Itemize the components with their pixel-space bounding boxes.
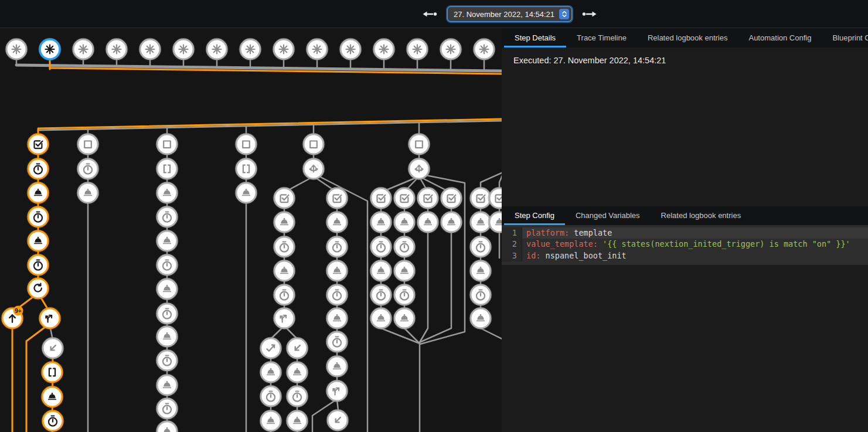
- graph-node-checkbox-marked[interactable]: [27, 133, 49, 155]
- code-line[interactable]: 3id: nspanel_boot_init: [502, 250, 868, 261]
- graph-node-checkbox-marked[interactable]: [440, 187, 462, 209]
- graph-node-asterisk[interactable]: [72, 38, 94, 60]
- tab-trace-timeline[interactable]: Trace Timeline: [566, 28, 637, 47]
- graph-node-timer[interactable]: [156, 206, 178, 228]
- graph-node-timer[interactable]: [326, 331, 348, 353]
- graph-node-asterisk[interactable]: [139, 38, 161, 60]
- graph-node-checkbox-marked[interactable]: [417, 187, 439, 209]
- graph-node-service[interactable]: [488, 211, 502, 233]
- graph-node-service[interactable]: [469, 260, 492, 282]
- graph-node-timer[interactable]: [156, 302, 178, 325]
- graph-node-service[interactable]: [286, 361, 308, 383]
- graph-node-service[interactable]: [273, 260, 295, 282]
- graph-node-checkbox-marked[interactable]: [326, 187, 348, 209]
- tab-step-details[interactable]: Step Details: [504, 28, 566, 47]
- graph-node-fork[interactable]: [273, 307, 295, 329]
- graph-node-service[interactable]: [156, 278, 178, 300]
- graph-node-timer[interactable]: [393, 284, 416, 306]
- code-line[interactable]: 2value_template: '{{ states(nextion_init…: [502, 239, 868, 250]
- graph-node-service[interactable]: [156, 420, 178, 432]
- code-line[interactable]: 1platform: template: [502, 227, 868, 239]
- graph-node-timer[interactable]: [156, 349, 178, 372]
- tab-blueprint-config[interactable]: Blueprint Config: [822, 28, 868, 47]
- graph-node-service[interactable]: [326, 211, 348, 233]
- graph-node-asterisk[interactable]: [5, 38, 28, 60]
- graph-node-service[interactable]: [370, 211, 392, 233]
- graph-node-asterisk[interactable]: [306, 38, 328, 60]
- graph-node-asterisk[interactable]: [239, 38, 261, 60]
- graph-node-timer[interactable]: [260, 385, 282, 407]
- graph-node-timer[interactable]: [273, 284, 295, 306]
- graph-node-asterisk[interactable]: [339, 38, 362, 60]
- graph-node-service[interactable]: [273, 211, 295, 233]
- graph-node-service[interactable]: [393, 260, 416, 282]
- graph-node-asterisk[interactable]: [105, 38, 128, 60]
- graph-node-service[interactable]: [326, 355, 348, 377]
- graph-node-timer[interactable]: [286, 385, 308, 407]
- graph-node-checkbox-marked[interactable]: [370, 187, 392, 209]
- graph-node-service[interactable]: [417, 211, 439, 233]
- graph-node-square[interactable]: [156, 133, 178, 155]
- graph-node-service[interactable]: [326, 260, 348, 282]
- tab-changed-variables[interactable]: Changed Variables: [565, 206, 651, 225]
- graph-node-timer[interactable]: [393, 236, 416, 258]
- graph-node-checkbox-marked[interactable]: [393, 187, 416, 209]
- graph-node-fork[interactable]: [326, 380, 348, 402]
- graph-node-arrow-down-left[interactable]: [326, 409, 349, 431]
- graph-node-service[interactable]: [41, 386, 63, 408]
- graph-node-service[interactable]: [27, 182, 49, 204]
- graph-node-asterisk[interactable]: [440, 38, 462, 60]
- graph-node-asterisk[interactable]: [373, 38, 395, 60]
- next-trace-button[interactable]: [580, 9, 598, 19]
- graph-node-arrow-up[interactable]: 9+: [1, 306, 23, 330]
- graph-node-timer[interactable]: [156, 254, 178, 276]
- graph-node-timer[interactable]: [77, 158, 99, 180]
- graph-node-service[interactable]: [370, 307, 392, 329]
- graph-node-asterisk[interactable]: [273, 38, 295, 60]
- graph-node-service[interactable]: [156, 230, 178, 252]
- graph-node-check-arrow[interactable]: [260, 337, 282, 359]
- graph-node-timer[interactable]: [27, 254, 49, 276]
- graph-node-asterisk[interactable]: [172, 38, 195, 60]
- graph-node-timer[interactable]: [156, 397, 178, 420]
- graph-node-asterisk[interactable]: [39, 38, 61, 60]
- tab-related-logbook-entries[interactable]: Related logbook entries: [651, 206, 752, 225]
- graph-node-timer[interactable]: [469, 236, 492, 258]
- graph-node-brackets[interactable]: [156, 158, 178, 180]
- graph-node-service[interactable]: [440, 211, 462, 233]
- graph-node-asterisk[interactable]: [406, 38, 428, 60]
- graph-node-checkbox-marked[interactable]: [488, 187, 502, 209]
- graph-node-service[interactable]: [286, 410, 308, 432]
- graph-node-repeat[interactable]: [27, 277, 49, 300]
- graph-node-service[interactable]: [393, 211, 416, 233]
- graph-node-timer[interactable]: [326, 284, 348, 306]
- graph-node-square[interactable]: [302, 133, 325, 155]
- tab-automation-config[interactable]: Automation Config: [738, 28, 822, 47]
- graph-node-service[interactable]: [156, 374, 178, 396]
- graph-node-timer[interactable]: [27, 158, 49, 180]
- graph-node-timer[interactable]: [27, 206, 49, 228]
- graph-node-service[interactable]: [370, 260, 392, 282]
- graph-node-square[interactable]: [77, 133, 99, 155]
- graph-node-timer[interactable]: [469, 284, 492, 306]
- graph-node-service[interactable]: [235, 182, 257, 204]
- trace-select[interactable]: 27. November 2022, 14:54:21: [447, 6, 572, 22]
- graph-node-square[interactable]: [408, 133, 430, 155]
- graph-node-timer[interactable]: [42, 410, 64, 432]
- graph-node-timer[interactable]: [370, 236, 392, 258]
- tab-related-logbook-entries[interactable]: Related logbook entries: [637, 28, 738, 47]
- graph-node-timer[interactable]: [370, 284, 392, 306]
- tab-step-config[interactable]: Step Config: [504, 206, 565, 225]
- graph-node-choose[interactable]: [408, 158, 430, 180]
- graph-node-service[interactable]: [77, 182, 99, 204]
- graph-node-asterisk[interactable]: [473, 38, 495, 60]
- graph-node-service[interactable]: [326, 307, 348, 329]
- graph-node-choose[interactable]: [302, 158, 325, 180]
- graph-node-service[interactable]: [469, 307, 492, 329]
- graph-node-checkbox-marked[interactable]: [273, 187, 295, 209]
- previous-trace-button[interactable]: [421, 9, 440, 19]
- graph-node-timer[interactable]: [326, 236, 348, 258]
- graph-node-brackets[interactable]: [41, 361, 63, 383]
- step-config-code[interactable]: 1platform: template2value_template: '{{ …: [502, 225, 868, 265]
- graph-node-timer[interactable]: [273, 236, 295, 258]
